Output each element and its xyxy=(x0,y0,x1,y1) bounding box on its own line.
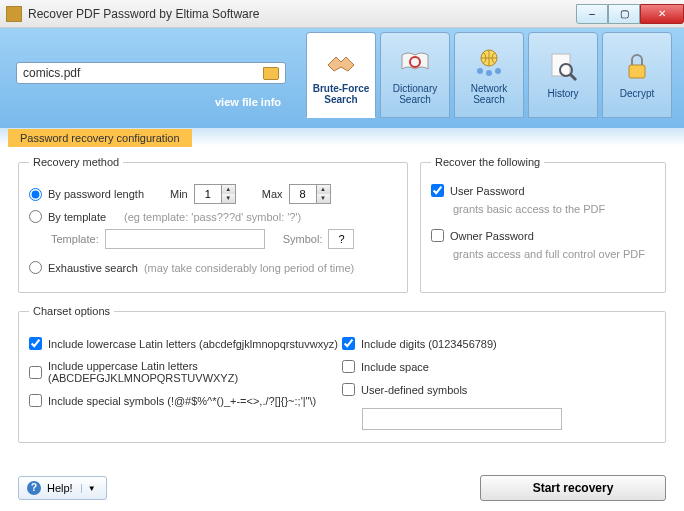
toolbar-tabs: Brute-Force Search Dictionary Search Net… xyxy=(306,32,672,118)
svg-rect-8 xyxy=(629,65,645,78)
exhaustive-hint: (may take considerably long period of ti… xyxy=(144,262,354,274)
view-file-info-link[interactable]: view file info xyxy=(215,96,281,108)
tab-label: Dictionary Search xyxy=(383,83,447,106)
svg-point-3 xyxy=(486,70,492,76)
charset-group: Charset options Include lowercase Latin … xyxy=(18,305,666,443)
handshake-icon xyxy=(324,45,358,79)
max-up[interactable]: ▲ xyxy=(316,185,330,194)
tab-dictionary[interactable]: Dictionary Search xyxy=(380,32,450,118)
checkbox-owner-password[interactable] xyxy=(431,229,444,242)
maximize-button[interactable]: ▢ xyxy=(608,4,640,24)
filename-text: comics.pdf xyxy=(23,66,263,80)
tab-label: History xyxy=(547,88,578,100)
radio-by-template[interactable] xyxy=(29,210,42,223)
file-input[interactable]: comics.pdf xyxy=(16,62,286,84)
lowercase-label: Include lowercase Latin letters (abcdefg… xyxy=(48,338,338,350)
tab-label: Decrypt xyxy=(620,88,654,100)
charset-legend: Charset options xyxy=(29,305,114,317)
user-defined-label: User-defined symbols xyxy=(361,384,467,396)
special-label: Include special symbols (!@#$%^*()_+-=<>… xyxy=(48,395,316,407)
min-down[interactable]: ▼ xyxy=(221,194,235,203)
user-password-hint: grants basic access to the PDF xyxy=(453,203,655,215)
owner-password-label: Owner Password xyxy=(450,230,534,242)
minimize-button[interactable]: – xyxy=(576,4,608,24)
min-up[interactable]: ▲ xyxy=(221,185,235,194)
window-title: Recover PDF Password by Eltima Software xyxy=(28,7,576,21)
by-length-label: By password length xyxy=(48,188,144,200)
footer: ? Help! ▼ Start recovery xyxy=(0,475,684,501)
checkbox-digits[interactable] xyxy=(342,337,355,350)
user-password-label: User Password xyxy=(450,185,525,197)
max-spinner[interactable]: ▲▼ xyxy=(289,184,331,204)
tab-network[interactable]: Network Search xyxy=(454,32,524,118)
help-icon: ? xyxy=(27,481,41,495)
by-template-label: By template xyxy=(48,211,106,223)
checkbox-user-password[interactable] xyxy=(431,184,444,197)
tab-decrypt[interactable]: Decrypt xyxy=(602,32,672,118)
tab-history[interactable]: History xyxy=(528,32,598,118)
help-label: Help! xyxy=(47,482,73,494)
content: Recovery method By password length Min ▲… xyxy=(0,146,684,453)
magnifier-icon xyxy=(546,50,580,84)
recovery-method-group: Recovery method By password length Min ▲… xyxy=(18,156,408,293)
recover-following-legend: Recover the following xyxy=(431,156,544,168)
max-down[interactable]: ▼ xyxy=(316,194,330,203)
svg-point-2 xyxy=(477,68,483,74)
symbol-field-label: Symbol: xyxy=(283,233,323,245)
tab-label: Network Search xyxy=(457,83,521,106)
close-button[interactable]: ✕ xyxy=(640,4,684,24)
recover-following-group: Recover the following User Password gran… xyxy=(420,156,666,293)
max-input[interactable] xyxy=(290,185,316,203)
uppercase-label: Include uppercase Latin letters (ABCDEFG… xyxy=(48,360,342,384)
checkbox-uppercase[interactable] xyxy=(29,366,42,379)
min-input[interactable] xyxy=(195,185,221,203)
min-label: Min xyxy=(170,188,188,200)
space-label: Include space xyxy=(361,361,429,373)
svg-point-4 xyxy=(495,68,501,74)
checkbox-lowercase[interactable] xyxy=(29,337,42,350)
app-icon xyxy=(6,6,22,22)
svg-line-7 xyxy=(570,74,576,80)
lock-icon xyxy=(620,50,654,84)
template-hint: (eg template: 'pass???d' symbol: '?') xyxy=(124,211,301,223)
globe-icon xyxy=(472,45,506,79)
checkbox-space[interactable] xyxy=(342,360,355,373)
symbol-input[interactable] xyxy=(328,229,354,249)
template-input[interactable] xyxy=(105,229,265,249)
exhaustive-label: Exhaustive search xyxy=(48,262,138,274)
checkbox-user-defined[interactable] xyxy=(342,383,355,396)
tab-brute-force[interactable]: Brute-Force Search xyxy=(306,32,376,118)
checkbox-special[interactable] xyxy=(29,394,42,407)
help-dropdown-icon[interactable]: ▼ xyxy=(81,484,102,493)
folder-icon[interactable] xyxy=(263,67,279,80)
recovery-legend: Recovery method xyxy=(29,156,123,168)
section-tab: Password recovery configuration xyxy=(8,129,192,147)
owner-password-hint: grants access and full control over PDF xyxy=(453,248,655,260)
radio-by-length[interactable] xyxy=(29,188,42,201)
template-field-label: Template: xyxy=(51,233,99,245)
max-label: Max xyxy=(262,188,283,200)
user-defined-input[interactable] xyxy=(362,408,562,430)
book-icon xyxy=(398,45,432,79)
min-spinner[interactable]: ▲▼ xyxy=(194,184,236,204)
titlebar: Recover PDF Password by Eltima Software … xyxy=(0,0,684,28)
help-button[interactable]: ? Help! ▼ xyxy=(18,476,107,500)
digits-label: Include digits (0123456789) xyxy=(361,338,497,350)
tab-label: Brute-Force Search xyxy=(309,83,373,106)
start-recovery-button[interactable]: Start recovery xyxy=(480,475,666,501)
radio-exhaustive[interactable] xyxy=(29,261,42,274)
header: comics.pdf view file info Brute-Force Se… xyxy=(0,28,684,128)
